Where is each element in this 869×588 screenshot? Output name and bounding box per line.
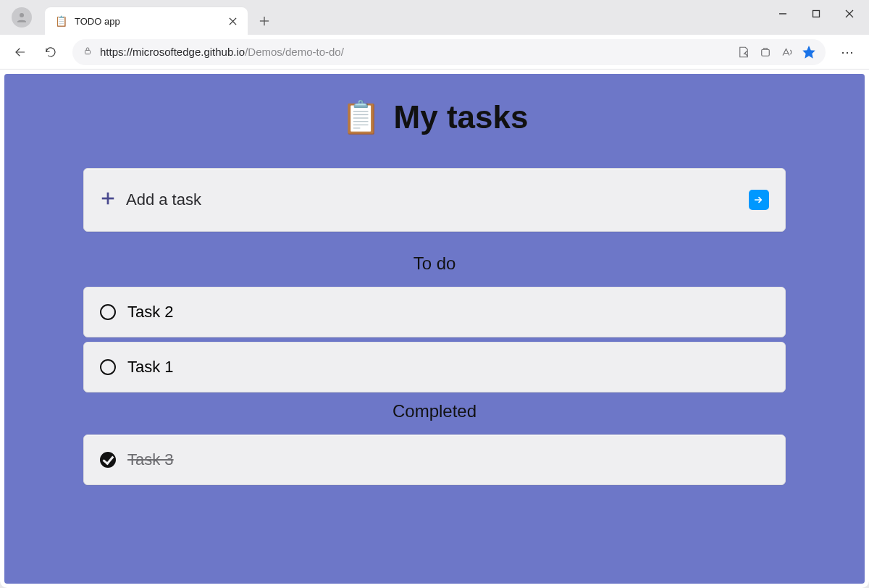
address-bar[interactable]: https://microsoftedge.github.io/Demos/de… xyxy=(72,39,826,65)
window-titlebar: 📋 TODO app xyxy=(0,0,869,35)
browser-toolbar: https://microsoftedge.github.io/Demos/de… xyxy=(0,35,869,70)
tab-close-button[interactable] xyxy=(224,13,240,29)
clipboard-icon: 📋 xyxy=(341,98,381,136)
app-install-icon[interactable] xyxy=(759,46,772,59)
add-task-bar xyxy=(83,168,786,232)
address-actions xyxy=(737,46,815,59)
add-task-submit-button[interactable] xyxy=(749,190,769,210)
section-heading-completed: Completed xyxy=(83,401,786,421)
task-checkbox[interactable] xyxy=(100,359,116,375)
refresh-button[interactable] xyxy=(38,39,64,65)
back-button[interactable] xyxy=(7,39,33,65)
window-minimize-button[interactable] xyxy=(766,2,799,25)
page-root: 📋 My tasks To do Task 2 Task 1 xyxy=(4,74,865,584)
svg-rect-11 xyxy=(762,49,770,56)
browser-tab[interactable]: 📋 TODO app xyxy=(45,7,248,35)
tab-title: TODO app xyxy=(75,16,217,27)
task-label: Task 3 xyxy=(127,450,174,469)
task-row[interactable]: Task 2 xyxy=(83,287,786,337)
plus-icon xyxy=(100,190,116,209)
window-controls xyxy=(766,0,866,35)
tab-favicon-icon: 📋 xyxy=(55,15,67,27)
svg-point-0 xyxy=(20,13,24,17)
task-label: Task 1 xyxy=(127,358,174,377)
task-checkbox[interactable] xyxy=(100,304,116,320)
edit-page-icon[interactable] xyxy=(737,46,750,59)
svg-rect-10 xyxy=(85,50,91,54)
window-maximize-button[interactable] xyxy=(799,2,833,25)
lock-icon xyxy=(83,46,93,59)
add-task-input[interactable] xyxy=(126,190,739,209)
task-row[interactable]: Task 3 xyxy=(83,434,786,485)
address-url-host: https://microsoftedge.github.io xyxy=(100,46,245,58)
profile-avatar[interactable] xyxy=(12,7,32,28)
page-title: 📋 My tasks xyxy=(83,98,786,136)
svg-marker-13 xyxy=(804,46,815,57)
page-title-text: My tasks xyxy=(394,99,529,135)
more-menu-button[interactable]: ⋯ xyxy=(834,39,862,65)
browser-viewport: 📋 My tasks To do Task 2 Task 1 xyxy=(0,70,869,588)
task-checkbox-checked[interactable] xyxy=(100,452,116,468)
new-tab-button[interactable] xyxy=(252,9,277,33)
section-heading-todo: To do xyxy=(83,253,786,274)
address-url-path: /Demos/demo-to-do/ xyxy=(245,46,344,58)
task-label: Task 2 xyxy=(127,303,174,322)
window-close-button[interactable] xyxy=(833,2,866,25)
svg-rect-6 xyxy=(813,11,820,17)
favorite-star-icon[interactable] xyxy=(802,46,815,59)
address-url: https://microsoftedge.github.io/Demos/de… xyxy=(100,46,730,58)
task-row[interactable]: Task 1 xyxy=(83,342,786,392)
read-aloud-icon[interactable] xyxy=(781,46,794,59)
